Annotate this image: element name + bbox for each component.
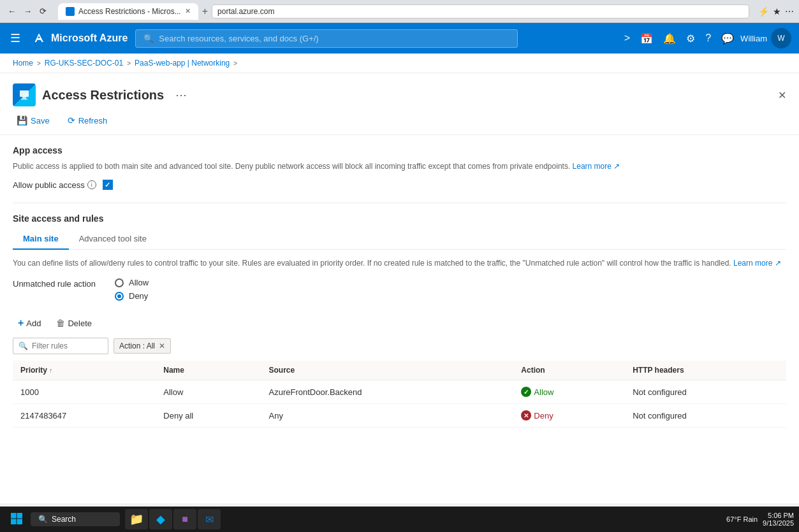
radio-deny-button[interactable] (115, 292, 124, 301)
taskbar-mail[interactable]: ✉ (198, 509, 221, 529)
azure-logo-icon (31, 31, 46, 46)
allow-public-checkbox[interactable] (103, 180, 113, 190)
table-header: Priority ↑ Name Source Ac (13, 361, 786, 380)
page-icon (13, 83, 36, 106)
more-button[interactable]: ⋯ (785, 6, 794, 17)
favorites-button[interactable]: ★ (773, 6, 781, 17)
col-http-headers: HTTP headers (625, 361, 786, 380)
forward-button[interactable]: → (21, 5, 34, 17)
feedback-button[interactable]: 💬 (717, 29, 738, 48)
directory-button[interactable]: 📅 (636, 29, 657, 48)
browser-actions: ⚡ ★ ⋯ (758, 6, 794, 17)
user-avatar[interactable]: W (771, 28, 791, 48)
search-input[interactable] (159, 34, 509, 43)
breadcrumb-sep-2: > (127, 60, 131, 67)
taskbar-edge[interactable]: ◆ (149, 509, 172, 529)
start-button[interactable] (5, 510, 28, 529)
refresh-button[interactable]: ⟳ Refresh (64, 113, 112, 128)
toolbar: 💾 Save ⟳ Refresh (0, 106, 799, 135)
filter-tag-close-button[interactable]: ✕ (159, 341, 165, 350)
page-icon-svg (17, 88, 31, 102)
ellipsis-button[interactable]: ⋯ (175, 88, 187, 102)
windows-icon (10, 512, 23, 525)
address-text: portal.azure.com (217, 7, 274, 16)
delete-rule-button[interactable]: 🗑 Delete (51, 315, 97, 331)
main-content: Access Restrictions ⋯ ✕ 💾 Save ⟳ Refresh (0, 73, 799, 503)
nav-icons: > 📅 🔔 ⚙ ? 💬 William W (620, 28, 791, 48)
filter-rules-input[interactable] (32, 341, 103, 350)
row2-priority: 2147483647 (13, 404, 156, 428)
radio-deny-label: Deny (129, 291, 148, 301)
extensions-button[interactable]: ⚡ (758, 6, 769, 17)
radio-allow-item[interactable]: Allow (115, 278, 149, 287)
allow-public-label: Allow public access i (13, 180, 96, 190)
delete-label: Delete (68, 319, 92, 328)
col-name: Name (156, 361, 261, 380)
add-icon: + (18, 317, 24, 329)
help-button[interactable]: ? (701, 29, 715, 48)
add-rule-button[interactable]: + Add (13, 315, 46, 331)
taskbar-date: 9/13/2025 (763, 519, 794, 527)
search-icon: 🔍 (143, 34, 154, 43)
tab-main-site[interactable]: Main site (13, 229, 69, 250)
terminal-icon: ■ (182, 514, 188, 525)
breadcrumb-home[interactable]: Home (13, 59, 33, 68)
page-title: Access Restrictions (42, 88, 164, 103)
cloud-shell-button[interactable]: > (620, 29, 634, 48)
taskbar-terminal[interactable]: ■ (173, 509, 196, 529)
tab-close-button[interactable]: ✕ (185, 7, 191, 15)
app-access-description: Public access is applied to both main si… (13, 161, 786, 172)
close-panel-button[interactable]: ✕ (778, 89, 786, 101)
taskbar-file-explorer[interactable]: 📁 (125, 509, 148, 529)
search-bar[interactable]: 🔍 (135, 29, 518, 48)
row1-action: ✓ Allow (513, 380, 625, 404)
reload-button[interactable]: ⟳ (37, 5, 49, 17)
hamburger-menu-button[interactable]: ☰ (8, 29, 23, 48)
deny-status-icon: ✕ (521, 410, 531, 421)
sort-icon[interactable]: ↑ (49, 367, 52, 374)
taskbar-search[interactable]: 🔍 Search (31, 512, 120, 526)
radio-group: Allow Deny (115, 278, 149, 305)
col-action: Action (513, 361, 625, 380)
radio-deny-item[interactable]: Deny (115, 291, 149, 301)
page-header-actions: ⋯ (175, 88, 187, 102)
svg-rect-6 (17, 519, 23, 524)
svg-rect-1 (22, 97, 26, 99)
address-bar[interactable]: portal.azure.com (212, 4, 749, 18)
svg-rect-0 (20, 90, 29, 97)
filter-search-icon: 🔍 (18, 341, 28, 350)
svg-rect-3 (11, 513, 17, 519)
col-priority: Priority ↑ (13, 361, 156, 380)
notifications-button[interactable]: 🔔 (659, 29, 680, 48)
breadcrumb-rg[interactable]: RG-UKS-SEC-DOC-01 (45, 59, 123, 68)
back-button[interactable]: ← (5, 5, 18, 17)
save-button[interactable]: 💾 Save (13, 113, 54, 128)
mail-icon: ✉ (205, 514, 214, 526)
site-access-learn-more[interactable]: Learn more ↗ (733, 259, 781, 268)
user-section[interactable]: William W (740, 28, 791, 48)
filter-input-wrapper[interactable]: 🔍 (13, 338, 108, 354)
breadcrumb-sep-1: > (37, 60, 41, 67)
settings-button[interactable]: ⚙ (682, 29, 699, 48)
radio-allow-label: Allow (129, 278, 149, 287)
app-access-learn-more[interactable]: Learn more ↗ (573, 162, 620, 171)
page-header: Access Restrictions ⋯ ✕ (0, 73, 799, 106)
new-tab-button[interactable]: + (202, 6, 208, 17)
unmatched-rule-section: Unmatched rule action Allow Deny (13, 278, 786, 305)
edge-icon: ◆ (156, 512, 165, 526)
info-icon[interactable]: i (87, 180, 96, 189)
table-row[interactable]: 1000 Allow AzureFrontDoor.Backend ✓ Allo… (13, 380, 786, 404)
tab-advanced-tool-site[interactable]: Advanced tool site (69, 229, 157, 250)
row2-action-status: ✕ Deny (521, 410, 617, 421)
tabs-container: Main site Advanced tool site (13, 229, 786, 250)
radio-allow-button[interactable] (115, 278, 124, 287)
taskbar-right: 67°F Rain 5:06 PM 9/13/2025 (726, 512, 794, 527)
svg-rect-5 (11, 519, 17, 524)
table-header-row: Priority ↑ Name Source Ac (13, 361, 786, 380)
allow-public-row: Allow public access i (13, 180, 786, 190)
action-bar: + Add 🗑 Delete (13, 315, 786, 331)
breadcrumb-app[interactable]: PaaS-web-app | Networking (135, 59, 230, 68)
browser-tab[interactable]: Access Restrictions - Micros... ✕ (58, 3, 198, 20)
table-row[interactable]: 2147483647 Deny all Any ✕ Deny Not confi (13, 404, 786, 428)
row1-name: Allow (156, 380, 261, 404)
